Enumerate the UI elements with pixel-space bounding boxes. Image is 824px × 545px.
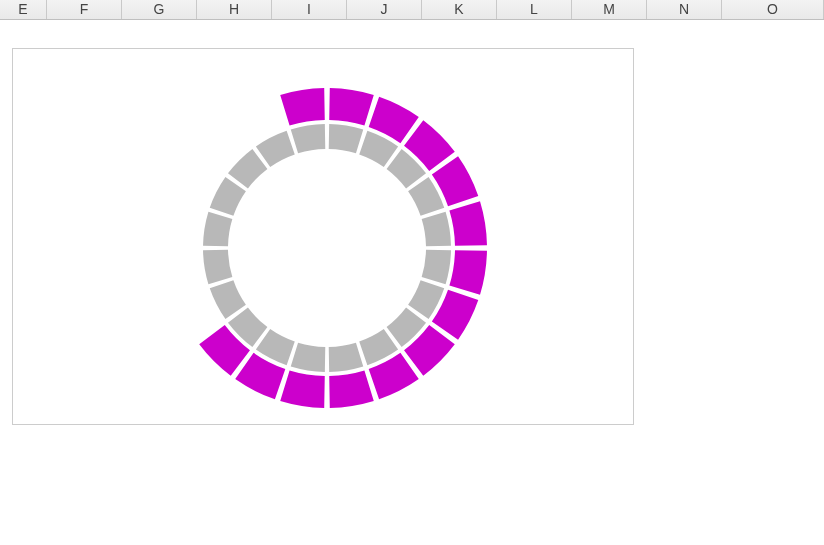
column-header-K[interactable]: K bbox=[422, 0, 497, 19]
column-header-I[interactable]: I bbox=[272, 0, 347, 19]
doughnut-segment-inner[interactable] bbox=[203, 250, 232, 285]
column-header-E[interactable]: E bbox=[0, 0, 47, 19]
doughnut-segment-inner[interactable] bbox=[291, 343, 326, 372]
doughnut-segment-outer[interactable] bbox=[449, 250, 487, 295]
doughnut-segment-outer[interactable] bbox=[329, 88, 374, 126]
doughnut-segment-inner[interactable] bbox=[203, 212, 232, 247]
doughnut-segment-inner[interactable] bbox=[422, 212, 451, 247]
column-header-J[interactable]: J bbox=[347, 0, 422, 19]
doughnut-segment-outer[interactable] bbox=[280, 88, 325, 126]
doughnut-segment-outer[interactable] bbox=[280, 370, 325, 408]
doughnut-segment-outer[interactable] bbox=[449, 201, 487, 246]
doughnut-chart bbox=[13, 49, 635, 426]
spreadsheet-grid[interactable] bbox=[0, 20, 824, 545]
column-header-M[interactable]: M bbox=[572, 0, 647, 19]
chart-object[interactable] bbox=[12, 48, 634, 425]
column-headers-row: EFGHIJKLMNO bbox=[0, 0, 824, 20]
doughnut-segment-inner[interactable] bbox=[422, 250, 451, 285]
doughnut-segment-inner[interactable] bbox=[291, 124, 326, 153]
column-header-G[interactable]: G bbox=[122, 0, 197, 19]
column-header-H[interactable]: H bbox=[197, 0, 272, 19]
column-header-N[interactable]: N bbox=[647, 0, 722, 19]
doughnut-segment-inner[interactable] bbox=[228, 149, 267, 188]
column-header-L[interactable]: L bbox=[497, 0, 572, 19]
column-header-O[interactable]: O bbox=[722, 0, 824, 19]
doughnut-segment-inner[interactable] bbox=[329, 124, 364, 153]
doughnut-segment-inner[interactable] bbox=[329, 343, 364, 372]
doughnut-segment-outer[interactable] bbox=[329, 370, 374, 408]
column-header-F[interactable]: F bbox=[47, 0, 122, 19]
